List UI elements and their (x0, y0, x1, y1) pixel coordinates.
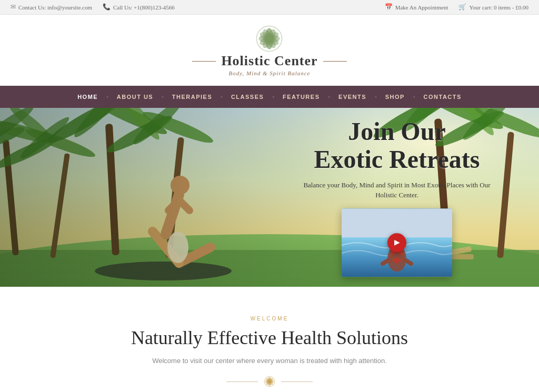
phone-label: Call Us: +1(800)123-4566 (113, 4, 175, 11)
email-icon: ✉ (11, 3, 16, 11)
logo-subtitle: Body, Mind & Spirit Balance (228, 70, 310, 76)
main-nav: HOME ● ABOUT US ● THERAPIES ● CLASSES ● … (0, 86, 539, 108)
contact-email: ✉ Contact Us: info@yoursite.com (11, 3, 92, 11)
cart-label: Your cart: 0 items - £0.00 (469, 4, 528, 11)
cart-icon: 🛒 (458, 3, 466, 11)
svg-point-7 (267, 36, 272, 42)
top-bar-left: ✉ Contact Us: info@yoursite.com 📞 Call U… (11, 3, 175, 11)
nav-item-shop[interactable]: SHOP (377, 86, 413, 108)
logo-icon (255, 24, 284, 53)
nav-link-shop[interactable]: SHOP (377, 86, 413, 108)
welcome-title: Naturally Effective Health Solutions (11, 327, 528, 349)
nav-item-contacts[interactable]: CONTACTS (415, 86, 470, 108)
appointment-label: Make An Appointment (395, 4, 448, 11)
nav-link-therapies[interactable]: THERAPIES (164, 86, 221, 108)
nav-link-classes[interactable]: CLASSES (223, 86, 272, 108)
logo-title: Holistic Center (192, 53, 346, 69)
nav-list: HOME ● ABOUT US ● THERAPIES ● CLASSES ● … (69, 86, 470, 108)
cart-link[interactable]: 🛒 Your cart: 0 items - £0.00 (458, 3, 528, 11)
nav-item-therapies[interactable]: THERAPIES (164, 86, 221, 108)
hero-title: Join Our Exotic Retreats (297, 118, 497, 174)
top-bar-right: 📅 Make An Appointment 🛒 Your cart: 0 ite… (385, 3, 528, 11)
svg-point-65 (268, 380, 271, 383)
nav-item-about[interactable]: ABOUT US (108, 86, 162, 108)
nav-link-features[interactable]: FEATURES (274, 86, 328, 108)
phone-icon: 📞 (103, 3, 111, 11)
appointment-icon: 📅 (385, 3, 393, 11)
nav-link-home[interactable]: HOME (69, 86, 106, 108)
email-label: Contact Us: info@yoursite.com (18, 4, 92, 11)
nav-link-contacts[interactable]: CONTACTS (415, 86, 470, 108)
welcome-text: Welcome to visit our center where every … (138, 357, 401, 365)
nav-link-about[interactable]: ABOUT US (108, 86, 162, 108)
nav-link-events[interactable]: EVENTS (330, 86, 375, 108)
logo-right-line (323, 61, 347, 62)
hero-content: Join Our Exotic Retreats Balance your Bo… (297, 118, 497, 277)
hero-section: Join Our Exotic Retreats Balance your Bo… (0, 108, 539, 287)
top-bar: ✉ Contact Us: info@yoursite.com 📞 Call U… (0, 0, 539, 15)
nav-item-events[interactable]: EVENTS (330, 86, 375, 108)
video-thumbnail[interactable]: ▶ (342, 208, 452, 277)
nav-item-features[interactable]: FEATURES (274, 86, 328, 108)
site-header: Holistic Center Body, Mind & Spirit Bala… (0, 15, 539, 86)
nav-item-home[interactable]: HOME (69, 86, 106, 108)
nav-item-classes[interactable]: CLASSES (223, 86, 272, 108)
divider-ornament-icon (263, 375, 276, 388)
welcome-tag: WELCOME (11, 316, 528, 321)
play-button[interactable]: ▶ (387, 233, 406, 252)
welcome-section: WELCOME Naturally Effective Health Solut… (0, 287, 539, 392)
logo[interactable]: Holistic Center Body, Mind & Spirit Bala… (192, 24, 346, 76)
logo-left-line (192, 61, 216, 62)
hero-subtitle: Balance your Body, Mind and Spirit in Mo… (297, 180, 497, 200)
contact-phone: 📞 Call Us: +1(800)123-4566 (103, 3, 175, 11)
appointment-link[interactable]: 📅 Make An Appointment (385, 3, 448, 11)
welcome-divider (11, 375, 528, 388)
